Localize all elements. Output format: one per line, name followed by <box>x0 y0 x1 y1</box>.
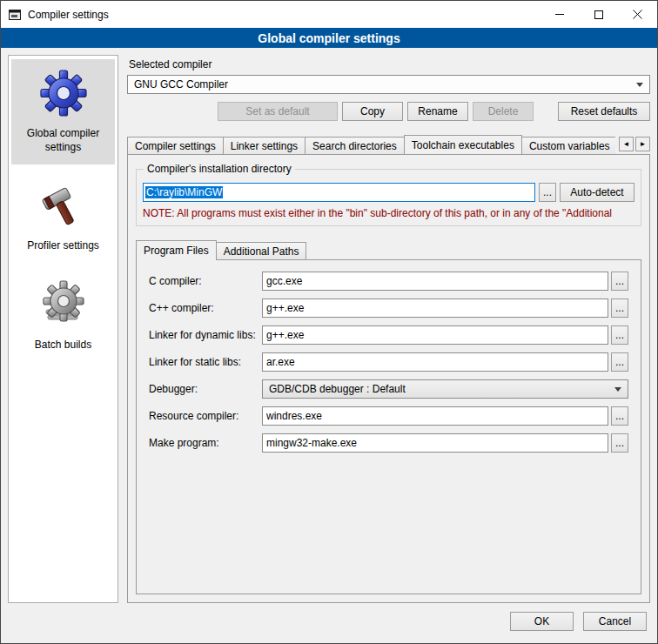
c-compiler-input[interactable] <box>262 272 608 291</box>
make-program-browse-button[interactable]: ... <box>611 433 628 453</box>
make-program-input[interactable] <box>262 433 608 453</box>
static-linker-row: Linker for static libs: ... <box>149 352 628 372</box>
debugger-row: Debugger: GDB/CDB debugger : Default <box>149 379 628 399</box>
cpp-compiler-label: C++ compiler: <box>149 302 262 314</box>
debugger-label: Debugger: <box>149 383 262 395</box>
tab-linker-settings[interactable]: Linker settings <box>223 137 306 154</box>
c-compiler-row: C compiler: ... <box>149 272 628 291</box>
maximize-button[interactable] <box>579 1 618 28</box>
debugger-dropdown[interactable]: GDB/CDB debugger : Default <box>262 379 628 399</box>
sidebar-item-batch-builds[interactable]: Batch builds <box>11 271 115 363</box>
tab-scroll-right-button[interactable]: ► <box>635 137 650 151</box>
sidebar-item-label: Global compiler settings <box>13 127 113 154</box>
ok-button[interactable]: OK <box>510 612 574 631</box>
compiler-settings-dialog: Compiler settings Global compiler settin… <box>0 0 658 644</box>
sidebar-item-global-compiler-settings[interactable]: Global compiler settings <box>11 59 115 164</box>
close-button[interactable] <box>618 1 657 28</box>
set-as-default-button[interactable]: Set as default <box>218 102 338 121</box>
installation-note: NOTE: All programs must exist either in … <box>143 207 634 219</box>
copy-button[interactable]: Copy <box>342 102 403 121</box>
hammer-icon <box>39 180 88 231</box>
rename-button[interactable]: Rename <box>407 102 468 121</box>
resource-compiler-row: Resource compiler: ... <box>149 406 628 426</box>
static-linker-browse-button[interactable]: ... <box>611 352 628 372</box>
make-program-label: Make program: <box>149 437 262 449</box>
selected-compiler-label: Selected compiler <box>129 58 650 70</box>
make-program-row: Make program: ... <box>149 433 628 453</box>
app-icon <box>8 8 22 22</box>
tab-program-files[interactable]: Program Files <box>136 240 217 260</box>
tab-compiler-settings[interactable]: Compiler settings <box>127 137 224 154</box>
dialog-footer: OK Cancel <box>1 607 657 643</box>
cancel-button[interactable]: Cancel <box>583 612 647 631</box>
installation-directory-value: C:\raylib\MinGW <box>145 186 223 198</box>
installation-directory-group-title: Compiler's installation directory <box>144 163 295 175</box>
chevron-down-icon <box>636 83 643 87</box>
program-files-tabstrip: Program Files Additional Paths <box>136 240 641 259</box>
resource-compiler-input[interactable] <box>262 406 608 426</box>
cpp-compiler-row: C++ compiler: ... <box>149 299 628 318</box>
resource-compiler-browse-button[interactable]: ... <box>611 406 628 426</box>
minimize-icon <box>555 14 564 15</box>
chevron-down-icon <box>614 387 621 392</box>
blue-gear-icon <box>39 68 88 118</box>
tab-additional-paths[interactable]: Additional Paths <box>216 242 307 259</box>
cpp-compiler-input[interactable] <box>262 299 608 318</box>
window-title: Compiler settings <box>28 9 109 21</box>
settings-category-list: Global compiler settings <box>8 55 118 603</box>
page-title: Global compiler settings <box>1 28 657 48</box>
minimize-button[interactable] <box>540 1 579 28</box>
c-compiler-browse-button[interactable]: ... <box>611 272 628 291</box>
dynamic-linker-row: Linker for dynamic libs: ... <box>149 325 628 345</box>
installation-directory-group: Compiler's installation directory C:\ray… <box>136 169 641 226</box>
selected-compiler-dropdown[interactable]: GNU GCC Compiler <box>127 75 650 94</box>
titlebar[interactable]: Compiler settings <box>1 1 657 28</box>
dynamic-linker-browse-button[interactable]: ... <box>611 325 628 345</box>
delete-button[interactable]: Delete <box>473 102 534 121</box>
static-linker-label: Linker for static libs: <box>149 356 262 368</box>
sidebar-item-profiler-settings[interactable]: Profiler settings <box>11 171 115 264</box>
debugger-value: GDB/CDB debugger : Default <box>269 383 406 395</box>
installation-directory-browse-button[interactable]: ... <box>539 183 556 202</box>
toolchain-executables-panel: Compiler's installation directory C:\ray… <box>127 154 650 603</box>
gray-gear-icon <box>39 279 88 330</box>
dynamic-linker-label: Linker for dynamic libs: <box>149 329 262 341</box>
close-icon <box>633 10 642 19</box>
tab-search-directories[interactable]: Search directories <box>305 137 405 154</box>
cpp-compiler-browse-button[interactable]: ... <box>611 299 628 318</box>
dynamic-linker-input[interactable] <box>262 325 608 345</box>
reset-defaults-button[interactable]: Reset defaults <box>558 102 650 121</box>
resource-compiler-label: Resource compiler: <box>149 410 262 422</box>
c-compiler-label: C compiler: <box>149 275 262 287</box>
sidebar-item-label: Batch builds <box>35 339 91 352</box>
installation-directory-input[interactable]: C:\raylib\MinGW <box>143 183 535 202</box>
sidebar-item-label: Profiler settings <box>27 239 99 253</box>
selected-compiler-value: GNU GCC Compiler <box>134 78 228 91</box>
auto-detect-button[interactable]: Auto-detect <box>560 183 634 202</box>
tab-toolchain-executables[interactable]: Toolchain executables <box>404 135 522 154</box>
settings-tabstrip: Compiler settings Linker settings Search… <box>127 134 650 154</box>
program-files-panel: C compiler: ... C++ compiler: ... Linker… <box>136 259 641 594</box>
tab-scroll-left-button[interactable]: ◄ <box>619 137 634 151</box>
tab-custom-variables[interactable]: Custom variables <box>521 137 615 154</box>
maximize-icon <box>594 10 603 19</box>
static-linker-input[interactable] <box>262 352 608 372</box>
